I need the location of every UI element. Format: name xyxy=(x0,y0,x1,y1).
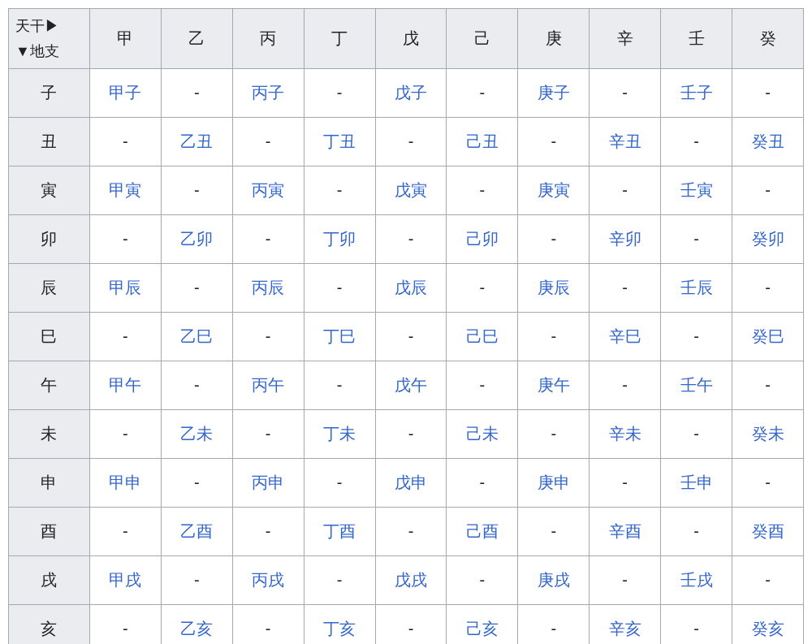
cycle-cell: 乙丑 xyxy=(161,118,232,166)
empty-cell: - xyxy=(551,620,556,638)
empty-cell: - xyxy=(266,620,271,638)
cycle-link[interactable]: 辛卯 xyxy=(609,230,641,248)
cycle-link[interactable]: 庚辰 xyxy=(538,279,570,296)
cycle-link[interactable]: 己酉 xyxy=(466,522,499,540)
branch-header: 未 xyxy=(9,410,90,459)
empty-cell: - xyxy=(480,84,486,102)
cycle-link[interactable]: 己亥 xyxy=(466,620,499,638)
cycle-cell: - xyxy=(732,459,804,508)
cycle-link[interactable]: 庚申 xyxy=(538,473,570,491)
empty-cell: - xyxy=(765,571,771,589)
cycle-link[interactable]: 癸未 xyxy=(752,425,784,443)
empty-cell: - xyxy=(123,425,128,443)
cycle-link[interactable]: 壬申 xyxy=(680,473,713,491)
cycle-link[interactable]: 辛亥 xyxy=(609,620,641,638)
empty-cell: - xyxy=(693,522,699,540)
branch-header: 午 xyxy=(9,361,90,410)
cycle-link[interactable]: 庚寅 xyxy=(538,181,570,199)
cycle-link[interactable]: 丁巳 xyxy=(323,327,356,345)
cycle-link[interactable]: 戊子 xyxy=(395,84,427,102)
cycle-link[interactable]: 甲辰 xyxy=(109,279,141,296)
stem-header: 丙 xyxy=(232,9,304,69)
empty-cell: - xyxy=(337,181,343,199)
cycle-link[interactable]: 甲申 xyxy=(109,473,141,491)
cycle-link[interactable]: 乙亥 xyxy=(180,620,213,638)
empty-cell: - xyxy=(551,132,556,150)
cycle-link[interactable]: 丙申 xyxy=(252,473,284,491)
cycle-link[interactable]: 己丑 xyxy=(466,132,499,150)
cycle-link[interactable]: 辛酉 xyxy=(609,522,641,540)
empty-cell: - xyxy=(480,376,486,394)
header-row: 天干▶ ▼地支 甲 乙 丙 丁 戊 己 庚 辛 壬 癸 xyxy=(9,9,804,69)
cycle-link[interactable]: 辛未 xyxy=(609,425,641,443)
cycle-cell: 癸卯 xyxy=(732,215,804,264)
cycle-link[interactable]: 丁未 xyxy=(323,425,356,443)
empty-cell: - xyxy=(622,376,628,394)
cycle-cell: - xyxy=(732,264,804,313)
cycle-cell: 庚戌 xyxy=(518,556,590,605)
cycle-cell: 壬辰 xyxy=(661,264,732,313)
empty-cell: - xyxy=(266,522,271,540)
cycle-link[interactable]: 癸卯 xyxy=(752,230,784,248)
cycle-link[interactable]: 甲子 xyxy=(109,84,141,102)
cycle-link[interactable]: 丙寅 xyxy=(252,181,284,199)
cycle-link[interactable]: 辛巳 xyxy=(609,327,641,345)
empty-cell: - xyxy=(622,473,628,491)
cycle-link[interactable]: 癸巳 xyxy=(752,327,784,345)
cycle-link[interactable]: 丙子 xyxy=(252,84,284,102)
cycle-link[interactable]: 戊戌 xyxy=(395,571,427,589)
cycle-cell: - xyxy=(161,556,232,605)
cycle-link[interactable]: 乙巳 xyxy=(180,327,213,345)
cycle-cell: - xyxy=(447,69,518,118)
cycle-link[interactable]: 辛丑 xyxy=(609,132,641,150)
cycle-cell: - xyxy=(375,508,447,556)
cycle-link[interactable]: 甲寅 xyxy=(109,181,141,199)
cycle-link[interactable]: 丁亥 xyxy=(323,620,356,638)
cycle-link[interactable]: 壬子 xyxy=(680,84,713,102)
table-row: 酉-乙酉-丁酉-己酉-辛酉-癸酉 xyxy=(9,508,804,556)
cycle-cell: 丁未 xyxy=(304,410,375,459)
cycle-link[interactable]: 庚午 xyxy=(538,376,570,394)
empty-cell: - xyxy=(693,230,699,248)
empty-cell: - xyxy=(765,84,771,102)
branch-header: 巳 xyxy=(9,313,90,361)
cycle-cell: 辛未 xyxy=(590,410,661,459)
cycle-cell: 己卯 xyxy=(447,215,518,264)
cycle-link[interactable]: 庚戌 xyxy=(538,571,570,589)
cycle-link[interactable]: 丙戌 xyxy=(252,571,284,589)
cycle-link[interactable]: 乙酉 xyxy=(180,522,213,540)
cycle-link[interactable]: 丁卯 xyxy=(323,230,356,248)
cycle-link[interactable]: 戊申 xyxy=(395,473,427,491)
cycle-link[interactable]: 乙丑 xyxy=(180,132,213,150)
cycle-link[interactable]: 己巳 xyxy=(466,327,499,345)
cycle-link[interactable]: 癸丑 xyxy=(752,132,784,150)
cycle-link[interactable]: 戊寅 xyxy=(395,181,427,199)
cycle-link[interactable]: 壬寅 xyxy=(680,181,713,199)
cycle-link[interactable]: 甲午 xyxy=(109,376,141,394)
cycle-link[interactable]: 己未 xyxy=(466,425,499,443)
cycle-link[interactable]: 壬辰 xyxy=(680,279,713,296)
cycle-cell: - xyxy=(304,459,375,508)
cycle-link[interactable]: 壬戌 xyxy=(680,571,713,589)
cycle-link[interactable]: 甲戌 xyxy=(109,571,141,589)
cycle-link[interactable]: 乙未 xyxy=(180,425,213,443)
cycle-link[interactable]: 乙卯 xyxy=(180,230,213,248)
cycle-link[interactable]: 己卯 xyxy=(466,230,499,248)
cycle-cell: 癸亥 xyxy=(732,605,804,644)
cycle-cell: 丁酉 xyxy=(304,508,375,556)
cycle-cell: - xyxy=(304,264,375,313)
cycle-cell: 癸巳 xyxy=(732,313,804,361)
cycle-link[interactable]: 丁酉 xyxy=(323,522,356,540)
cycle-link[interactable]: 癸亥 xyxy=(752,620,784,638)
cycle-link[interactable]: 戊午 xyxy=(395,376,427,394)
cycle-link[interactable]: 戊辰 xyxy=(395,279,427,296)
table-row: 亥-乙亥-丁亥-己亥-辛亥-癸亥 xyxy=(9,605,804,644)
cycle-link[interactable]: 丙辰 xyxy=(252,279,284,296)
cycle-link[interactable]: 丙午 xyxy=(252,376,284,394)
cycle-link[interactable]: 丁丑 xyxy=(323,132,356,150)
cycle-link[interactable]: 壬午 xyxy=(680,376,713,394)
cycle-link[interactable]: 庚子 xyxy=(538,84,570,102)
empty-cell: - xyxy=(408,132,414,150)
cycle-cell: 丙戌 xyxy=(232,556,304,605)
cycle-link[interactable]: 癸酉 xyxy=(752,522,784,540)
